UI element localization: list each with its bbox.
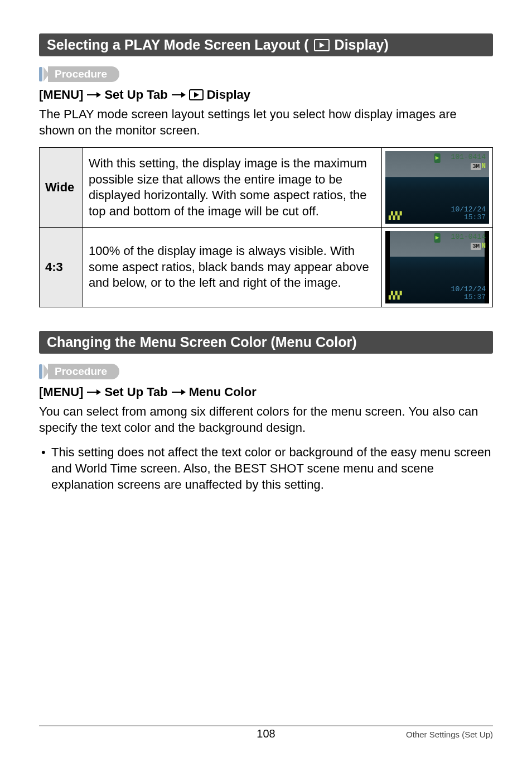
table-row: Wide With this setting, the display imag… bbox=[40, 148, 493, 228]
playback-icon-dark bbox=[189, 89, 204, 100]
footer-section-label: Other Settings (Set Up) bbox=[406, 730, 493, 739]
svg-marker-9 bbox=[181, 389, 186, 395]
heading-text-post: Display) bbox=[335, 37, 389, 53]
path-setup: Set Up Tab bbox=[104, 385, 167, 399]
svg-marker-4 bbox=[181, 92, 186, 98]
svg-marker-5 bbox=[194, 92, 199, 98]
playback-icon bbox=[314, 39, 330, 51]
preview-size-badge: 3M bbox=[471, 163, 481, 170]
procedure-pill: Procedure bbox=[48, 364, 119, 379]
menu-path-menu-color: [MENU] Set Up Tab Menu Color bbox=[39, 385, 493, 399]
preview-time: 15:37 bbox=[451, 293, 486, 301]
path-menu: [MENU] bbox=[39, 88, 83, 102]
arrow-icon bbox=[86, 388, 101, 396]
procedure-marker bbox=[39, 364, 42, 379]
path-setup: Set Up Tab bbox=[104, 88, 167, 102]
procedure-label-row: Procedure bbox=[39, 66, 493, 82]
intro-paragraph-menu-color: You can select from among six different … bbox=[39, 404, 493, 436]
heading-text-pre: Selecting a PLAY Mode Screen Layout ( bbox=[47, 37, 309, 53]
preview-time: 15:37 bbox=[451, 214, 486, 221]
preview-wide: ▶ 101-0414 3MN 10/12/24 15:37 ▞▞▞ bbox=[385, 151, 489, 224]
arrow-icon bbox=[86, 91, 101, 99]
preview-4-3: ▶ 101-0414 3MN 10/12/24 15:37 ▞▞▞ bbox=[385, 231, 489, 303]
preview-flag: N bbox=[481, 162, 486, 170]
svg-marker-2 bbox=[96, 92, 101, 98]
procedure-marker bbox=[39, 67, 42, 81]
arrow-icon bbox=[171, 91, 186, 99]
preview-file: 101-0414 bbox=[451, 153, 486, 162]
section-heading-menu-color: Changing the Menu Screen Color (Menu Col… bbox=[39, 331, 493, 354]
preview-size-badge: 3M bbox=[471, 243, 481, 250]
svg-marker-7 bbox=[96, 389, 101, 395]
notes-list: This setting does not affect the text co… bbox=[39, 445, 493, 493]
option-key-4-3: 4:3 bbox=[40, 228, 83, 307]
arrow-icon bbox=[171, 388, 186, 396]
procedure-pill: Procedure bbox=[48, 66, 119, 82]
heading-text-menu-color: Changing the Menu Screen Color (Menu Col… bbox=[47, 334, 357, 350]
preview-date: 10/12/24 bbox=[451, 286, 486, 293]
section-heading-play-display: Selecting a PLAY Mode Screen Layout ( Di… bbox=[39, 33, 493, 56]
preview-play-indicator: ▶ bbox=[434, 233, 441, 243]
option-thumb-wide: ▶ 101-0414 3MN 10/12/24 15:37 ▞▞▞ bbox=[382, 148, 493, 228]
path-menu: [MENU] bbox=[39, 385, 83, 399]
preview-flag: N bbox=[481, 242, 486, 250]
procedure-label-row: Procedure bbox=[39, 364, 493, 379]
preview-battery-icon: ▞▞▞ bbox=[389, 292, 402, 301]
page-footer: . 108 Other Settings (Set Up) bbox=[39, 725, 493, 739]
option-desc-4-3: 100% of the display image is always visi… bbox=[83, 228, 382, 307]
page-number: 108 bbox=[257, 727, 275, 740]
note-item: This setting does not affect the text co… bbox=[39, 445, 493, 493]
path-menu-color: Menu Color bbox=[189, 385, 257, 399]
intro-paragraph-play-display: The PLAY mode screen layout settings let… bbox=[39, 107, 493, 138]
preview-play-indicator: ▶ bbox=[434, 153, 441, 163]
preview-file: 101-0414 bbox=[451, 233, 486, 242]
preview-date: 10/12/24 bbox=[451, 206, 486, 214]
option-desc-wide: With this setting, the display image is … bbox=[83, 148, 382, 228]
path-display: Display bbox=[207, 88, 250, 102]
option-key-wide: Wide bbox=[40, 148, 83, 228]
display-options-table: Wide With this setting, the display imag… bbox=[39, 147, 493, 307]
table-row: 4:3 100% of the display image is always … bbox=[40, 228, 493, 307]
option-thumb-4-3: ▶ 101-0414 3MN 10/12/24 15:37 ▞▞▞ bbox=[382, 228, 493, 307]
svg-marker-0 bbox=[320, 42, 325, 48]
preview-battery-icon: ▞▞▞ bbox=[389, 212, 402, 221]
menu-path-play-display: [MENU] Set Up Tab Display bbox=[39, 88, 493, 102]
